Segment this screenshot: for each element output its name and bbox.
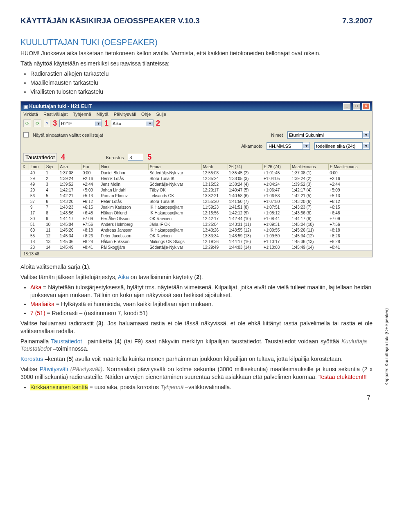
menu-item[interactable]: Sulje xyxy=(156,112,166,117)
paragraph: Korostus –kentän (5) avulla voit määrite… xyxy=(20,355,373,363)
menu-item[interactable]: Näytä xyxy=(97,112,108,117)
table-row[interactable]: 55121:45:34+8:26Peter JacobssonOK Ravine… xyxy=(21,233,372,239)
aika-combo[interactable]: ▼ xyxy=(111,119,154,127)
titlebar: ▣ Kuuluttajan tuki - H21 ELIT _ □ × xyxy=(21,101,372,111)
col-header[interactable]: E 26 (74) xyxy=(262,164,290,170)
cell: 1:45:04 (10) xyxy=(290,222,328,228)
cell: 12:55:08 xyxy=(201,170,228,176)
col-header[interactable]: Ero xyxy=(81,164,99,170)
cell: 13 xyxy=(45,239,59,245)
chevron-down-icon[interactable]: ▼ xyxy=(303,144,309,148)
cell: Peter Jacobsson xyxy=(99,233,148,239)
aikamuoto-opt[interactable] xyxy=(314,142,363,149)
col-header[interactable]: Sija xyxy=(45,164,59,170)
col-header[interactable]: Seura xyxy=(148,164,201,170)
cell xyxy=(21,216,29,222)
cell: 12:19:36 xyxy=(201,239,228,245)
col-header[interactable]: Maalileimaus xyxy=(290,164,328,170)
cell: 1:39:24 xyxy=(59,176,81,182)
col-header[interactable]: Nimi xyxy=(99,164,148,170)
cell: +6:12 xyxy=(328,199,372,205)
cell: +1:06:47 xyxy=(262,187,290,193)
col-header[interactable]: X xyxy=(21,164,29,170)
aikamuoto-combo[interactable]: ▼ xyxy=(267,142,310,150)
col-header[interactable]: 26 (74) xyxy=(228,164,262,170)
help-icon[interactable]: ? xyxy=(44,120,50,127)
cell: 1 xyxy=(45,170,59,176)
table-row[interactable]: 23141:45:49+8:41Pål SkogtjärnSödertälje-… xyxy=(21,245,372,250)
cell: 1:43:59 (13) xyxy=(228,233,262,239)
cell: 17 xyxy=(29,210,45,216)
menu-item[interactable]: Tyhjennä xyxy=(73,112,91,117)
aikamuoto-label: Aikamuoto xyxy=(241,144,262,149)
cell: 3 xyxy=(45,182,59,187)
cell: Daniel Blohm xyxy=(99,170,148,176)
class-combo[interactable]: ▼ xyxy=(59,119,102,127)
cell: 1:35:45 (2) xyxy=(228,170,262,176)
cell: +8:18 xyxy=(328,228,372,233)
refresh-icon[interactable]: ⟳ xyxy=(23,119,31,127)
taustatiedot-button[interactable]: Taustatiedot xyxy=(23,153,57,162)
table-row[interactable]: 18131:45:36+8:28Håkan ErikssonMalungs OK… xyxy=(21,239,372,245)
table-row[interactable]: 4931:39:52+2:44Jens MolinSödertälje-Nyk.… xyxy=(21,182,372,187)
cell: 40 xyxy=(29,170,45,176)
aika-input[interactable] xyxy=(111,120,147,126)
cell: 6 xyxy=(45,199,59,205)
col-header[interactable]: E Maalileimaus xyxy=(328,164,372,170)
table-row[interactable]: 1781:43:56+6:48Håkan ÖhlundIK Hakarpspoj… xyxy=(21,210,372,216)
cell: +1:04:24 xyxy=(262,182,290,187)
chevron-down-icon[interactable]: ▼ xyxy=(363,133,369,137)
cell: IK Hakarpspojkarn xyxy=(148,210,201,216)
nimet-label: Nimet xyxy=(271,133,283,138)
menu-item[interactable]: Virkistä xyxy=(23,112,38,117)
list-item: Maalileimausten tarkastelu xyxy=(30,79,373,87)
table-row[interactable]: 2921:39:24+2:16Henrik LöfåsStora Tuna IK… xyxy=(21,176,372,182)
cell: Täby OK xyxy=(148,187,201,193)
menu-item[interactable]: Ohje xyxy=(141,112,151,117)
cell: 1:39:52 xyxy=(59,182,81,187)
table-row[interactable]: 51101:45:04+7:56Anders HolmbergJärla IF … xyxy=(21,222,372,228)
cell xyxy=(21,187,29,193)
cell: Håkan Eriksson xyxy=(99,239,148,245)
cell: +6:15 xyxy=(328,205,372,210)
aikamuoto-input[interactable] xyxy=(267,142,303,149)
show-only-checkbox[interactable] xyxy=(23,132,29,138)
nimet-input[interactable] xyxy=(287,131,363,138)
maximize-button[interactable]: □ xyxy=(353,103,360,110)
cell: +1:08:44 xyxy=(262,216,290,222)
table-row[interactable]: 971:43:23+6:15Joakim KarlssonIK Hakarpsp… xyxy=(21,205,372,210)
close-button[interactable]: × xyxy=(362,103,370,110)
cell: +1:09:31 xyxy=(262,222,290,228)
cell xyxy=(21,245,29,250)
chevron-down-icon[interactable]: ▼ xyxy=(147,122,153,126)
paragraph: Valitse tämän jälkeen lajittelujärjestys… xyxy=(20,273,373,281)
cell: 1:38:24 (4) xyxy=(228,182,262,187)
cell: 12:20:17 xyxy=(201,187,228,193)
col-header[interactable]: Lnro xyxy=(29,164,45,170)
chevron-down-icon[interactable]: ▼ xyxy=(363,144,369,148)
col-header[interactable]: Maali xyxy=(201,164,228,170)
cell: +8:28 xyxy=(328,239,372,245)
refresh-icon[interactable]: ⟳ xyxy=(34,119,41,127)
table-row[interactable]: 3761:43:20+6:12Peter LöfåsStora Tuna IK1… xyxy=(21,199,372,205)
col-header[interactable]: Aika xyxy=(59,164,81,170)
table-row[interactable]: 2041:42:17+5:09Johan LindahlTäby OK12:20… xyxy=(21,187,372,193)
table-row[interactable]: 4011:37:080:00Daniel BlohmSödertälje-Nyk… xyxy=(21,170,372,176)
minimize-button[interactable]: _ xyxy=(343,103,350,110)
cell: +7:56 xyxy=(328,222,372,228)
table-row[interactable]: 60111:45:26+8:18Andreas JanssonIK Hakarp… xyxy=(21,228,372,233)
aikamuoto-opt-combo[interactable]: ▼ xyxy=(314,142,370,150)
cell: +8:41 xyxy=(328,245,372,250)
chevron-down-icon[interactable]: ▼ xyxy=(95,122,102,126)
cell: 1:43:56 (8) xyxy=(290,210,328,216)
list-item: Virallisten tulosten tarkastelu xyxy=(30,88,373,96)
class-input[interactable] xyxy=(60,120,95,126)
nimet-combo[interactable]: ▼ xyxy=(287,131,370,139)
menu-item[interactable]: Päivitysväli xyxy=(114,112,136,117)
table-row[interactable]: 5651:42:21+5:13Roman EfimovLeksands OK13… xyxy=(21,193,372,199)
korostus-input[interactable] xyxy=(128,154,143,161)
table-row[interactable]: 3091:44:17+7:09Per-Åke OlssonOK Ravinen1… xyxy=(21,216,372,222)
cell: Anders Holmberg xyxy=(99,222,148,228)
cell: Pål Skogtjärn xyxy=(99,245,148,250)
menu-item[interactable]: Rastiväliajat xyxy=(43,112,68,117)
